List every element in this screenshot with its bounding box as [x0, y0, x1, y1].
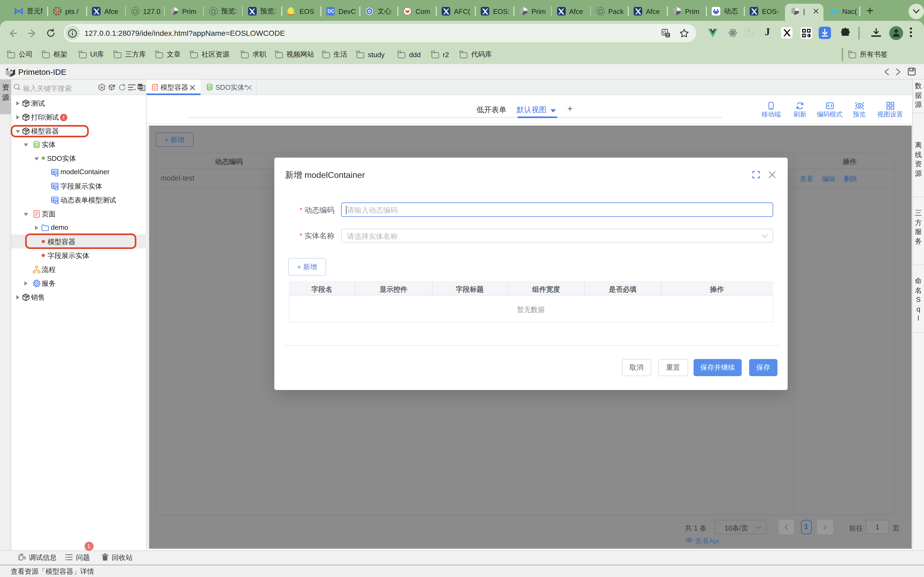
svg-text:En: En — [138, 85, 142, 89]
svg-text:AI: AI — [100, 86, 103, 89]
svg-text:文: 文 — [666, 32, 670, 37]
